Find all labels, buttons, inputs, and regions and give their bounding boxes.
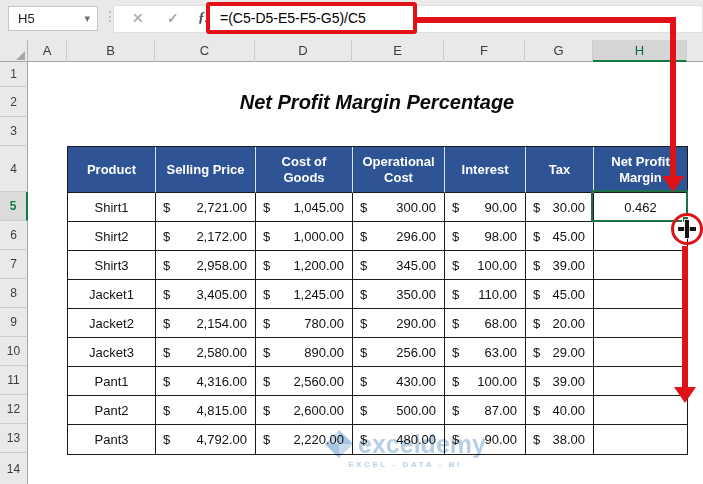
cell-interest[interactable]: $100.00 — [445, 251, 526, 280]
cell-operational-cost[interactable]: $300.00 — [353, 193, 445, 222]
cell-selling-price[interactable]: $2,580.00 — [156, 338, 256, 367]
cell-selling-price[interactable]: $4,792.00 — [156, 425, 256, 454]
cell-cost-of-goods[interactable]: $1,045.00 — [256, 193, 353, 222]
cell-operational-cost[interactable]: $256.00 — [353, 338, 445, 367]
header-tax[interactable]: Tax — [526, 147, 594, 193]
cell-product[interactable]: Pant2 — [68, 396, 156, 425]
watermark-brand: exceldemy — [358, 430, 486, 459]
cell-cost-of-goods[interactable]: $780.00 — [256, 309, 353, 338]
row-header-7[interactable]: 7 — [0, 250, 28, 279]
cell-interest[interactable]: $110.00 — [445, 280, 526, 309]
row-header-9[interactable]: 9 — [0, 308, 28, 337]
currency-symbol: $ — [360, 316, 367, 331]
header-operational-cost[interactable]: Operational Cost — [353, 147, 445, 193]
cell-net-profit-margin[interactable] — [594, 309, 687, 338]
cell-selling-price[interactable]: $4,316.00 — [156, 367, 256, 396]
cell-cost-of-goods[interactable]: $1,245.00 — [256, 280, 353, 309]
cell-tax[interactable]: $38.00 — [526, 425, 594, 454]
row-header-13[interactable]: 13 — [0, 424, 28, 453]
cell-selling-price[interactable]: $4,815.00 — [156, 396, 256, 425]
cell-tax[interactable]: $45.00 — [526, 222, 594, 251]
cell-tax[interactable]: $20.00 — [526, 309, 594, 338]
cell-tax[interactable]: $40.00 — [526, 396, 594, 425]
cell-selling-price[interactable]: $2,172.00 — [156, 222, 256, 251]
row-header-8[interactable]: 8 — [0, 279, 28, 308]
annotation-arrowhead-h5 — [662, 176, 684, 192]
cell-net-profit-margin[interactable] — [594, 338, 687, 367]
cell-tax[interactable]: $39.00 — [526, 251, 594, 280]
cell-product[interactable]: Shirt3 — [68, 251, 156, 280]
column-header-e[interactable]: E — [352, 40, 444, 62]
row-header-14[interactable]: 14 — [0, 453, 28, 484]
cell-product[interactable]: Jacket2 — [68, 309, 156, 338]
header-selling-price[interactable]: Selling Price — [156, 147, 256, 193]
column-header-d[interactable]: D — [255, 40, 352, 62]
cell-net-profit-margin[interactable] — [594, 251, 687, 280]
cell-cost-of-goods[interactable]: $2,560.00 — [256, 367, 353, 396]
row-header-2[interactable]: 2 — [0, 87, 28, 117]
cancel-icon[interactable]: ✕ — [132, 10, 144, 26]
cell-interest[interactable]: $100.00 — [445, 367, 526, 396]
column-header-g[interactable]: G — [525, 40, 593, 62]
cell-operational-cost[interactable]: $430.00 — [353, 367, 445, 396]
cell-interest[interactable]: $68.00 — [445, 309, 526, 338]
cell-tax[interactable]: $29.00 — [526, 338, 594, 367]
cell-operational-cost[interactable]: $345.00 — [353, 251, 445, 280]
cell-net-profit-margin[interactable] — [594, 280, 687, 309]
cell-product[interactable]: Jacket3 — [68, 338, 156, 367]
cell-operational-cost[interactable]: $290.00 — [353, 309, 445, 338]
currency-symbol: $ — [163, 345, 170, 360]
cell-cost-of-goods[interactable]: $2,600.00 — [256, 396, 353, 425]
cell-product[interactable]: Jacket1 — [68, 280, 156, 309]
watermark: exceldemy EXCEL - DATA - BI — [295, 429, 515, 469]
row-header-5-selected[interactable]: 5 — [0, 192, 28, 221]
row-header-6[interactable]: 6 — [0, 221, 28, 250]
row-header-12[interactable]: 12 — [0, 395, 28, 424]
cell-selling-price[interactable]: $2,154.00 — [156, 309, 256, 338]
cell-tax[interactable]: $45.00 — [526, 280, 594, 309]
header-interest[interactable]: Interest — [445, 147, 526, 193]
cell-operational-cost[interactable]: $350.00 — [353, 280, 445, 309]
name-box[interactable]: H5 ▾ — [8, 6, 98, 31]
cell-cost-of-goods[interactable]: $890.00 — [256, 338, 353, 367]
cell-selling-price[interactable]: $3,405.00 — [156, 280, 256, 309]
currency-symbol: $ — [163, 374, 170, 389]
cell-product[interactable]: Shirt2 — [68, 222, 156, 251]
row-header-3[interactable]: 3 — [0, 117, 28, 146]
header-product[interactable]: Product — [68, 147, 156, 193]
cell-interest[interactable]: $87.00 — [445, 396, 526, 425]
header-cost-of-goods[interactable]: Cost of Goods — [256, 147, 353, 193]
cell-operational-cost[interactable]: $500.00 — [353, 396, 445, 425]
enter-icon[interactable]: ✓ — [167, 10, 179, 26]
cell-selling-price[interactable]: $2,721.00 — [156, 193, 256, 222]
chevron-down-icon[interactable]: ▾ — [84, 7, 90, 30]
column-header-f[interactable]: F — [444, 40, 525, 62]
cell-cost-of-goods[interactable]: $1,000.00 — [256, 222, 353, 251]
cell-interest[interactable]: $98.00 — [445, 222, 526, 251]
formula-text[interactable]: =(C5-D5-E5-F5-G5)/C5 — [210, 6, 413, 30]
currency-symbol: $ — [533, 200, 540, 215]
row-header-10[interactable]: 10 — [0, 337, 28, 366]
row-header-1[interactable]: 1 — [0, 62, 28, 87]
column-header-a[interactable]: A — [28, 40, 67, 62]
row-header-11[interactable]: 11 — [0, 366, 28, 395]
cell-tax[interactable]: $39.00 — [526, 367, 594, 396]
row-header-4[interactable]: 4 — [0, 146, 28, 192]
cell-interest[interactable]: $63.00 — [445, 338, 526, 367]
watermark-tagline: EXCEL - DATA - BI — [295, 460, 515, 469]
cell-selling-price[interactable]: $2,958.00 — [156, 251, 256, 280]
cell-tax[interactable]: $30.00 — [526, 193, 594, 222]
cell-product[interactable]: Pant1 — [68, 367, 156, 396]
cell-cost-of-goods[interactable]: $1,200.00 — [256, 251, 353, 280]
column-header-c[interactable]: C — [155, 40, 255, 62]
cell-operational-cost[interactable]: $296.00 — [353, 222, 445, 251]
cell-product[interactable]: Shirt1 — [68, 193, 156, 222]
column-header-b[interactable]: B — [67, 40, 155, 62]
cell-interest[interactable]: $90.00 — [445, 193, 526, 222]
annotation-arrow-to-h5 — [670, 17, 676, 177]
cell-product[interactable]: Pant3 — [68, 425, 156, 454]
select-all-corner[interactable] — [0, 40, 28, 62]
currency-symbol: $ — [263, 316, 270, 331]
cell-net-profit-margin[interactable] — [594, 425, 687, 454]
currency-symbol: $ — [163, 200, 170, 215]
